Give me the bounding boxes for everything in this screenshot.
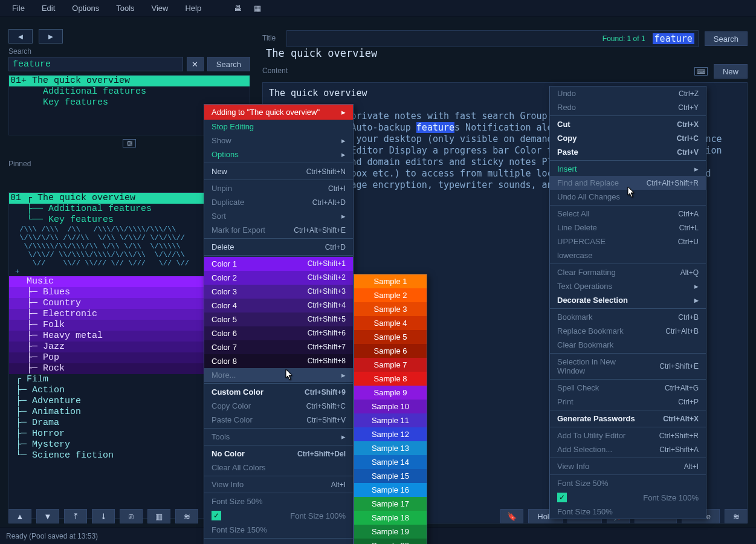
menu-item[interactable]: Tools▸ <box>204 430 353 444</box>
menu-item[interactable]: lowercase <box>550 248 706 262</box>
menu-item[interactable]: Sort▸ <box>204 209 353 223</box>
move-top-button[interactable]: ⤒ <box>64 509 87 523</box>
search-input[interactable] <box>8 57 183 71</box>
menu-item[interactable]: Custom ColorCtrl+Shift+9 <box>204 385 353 399</box>
menu-item[interactable]: Clear Bookmark <box>550 338 706 352</box>
menu-item[interactable]: Selection in New WindowCtrl+Shift+E <box>550 355 706 378</box>
color-option[interactable]: Color 2Ctrl+Shift+2 <box>204 271 353 285</box>
sample-color[interactable]: Sample 5 <box>354 330 427 344</box>
menu-file[interactable]: File <box>4 1 33 15</box>
extra-icon-button[interactable]: ≋ <box>725 509 748 523</box>
sample-color[interactable]: Sample 19 <box>354 525 427 539</box>
menu-item[interactable]: Auto Hide <box>204 540 353 544</box>
menu-item[interactable]: Font Size 50% <box>204 494 353 508</box>
menu-options[interactable]: Options <box>63 1 108 15</box>
sample-color[interactable]: Sample 9 <box>354 386 427 400</box>
color-option[interactable]: Color 6Ctrl+Shift+6 <box>204 326 353 340</box>
sample-color[interactable]: Sample 10 <box>354 400 427 413</box>
sample-color[interactable]: Sample 17 <box>354 497 427 511</box>
menu-item[interactable]: DeleteCtrl+D <box>204 240 353 254</box>
menu-item[interactable]: UndoCtrl+Z <box>550 86 706 100</box>
sample-color[interactable]: Sample 2 <box>354 288 427 302</box>
sample-color[interactable]: Sample 1 <box>354 274 427 288</box>
menu-item[interactable]: ✓Font Size 100% <box>550 490 706 505</box>
menu-item[interactable]: Mark for ExportCtrl+Alt+Shift+E <box>204 223 353 237</box>
menu-view[interactable]: View <box>143 1 177 15</box>
sample-color[interactable]: Sample 7 <box>354 358 427 372</box>
menu-item[interactable]: More...▸ <box>204 368 353 382</box>
menu-item[interactable]: PasteCtrl+V <box>550 145 706 159</box>
menu-item[interactable]: NewCtrl+Shift+N <box>204 164 353 178</box>
title-field[interactable]: Found: 1 of 1 feature <box>286 30 699 47</box>
move-bottom-button[interactable]: ⤓ <box>92 509 115 523</box>
menu-item[interactable]: Stop Editing <box>204 120 353 134</box>
menu-item[interactable]: Replace BookmarkCtrl+Alt+B <box>550 324 706 338</box>
sample-color[interactable]: Sample 14 <box>354 455 427 469</box>
tree-item[interactable]: 01+ The quick overview <box>9 76 250 86</box>
menu-item[interactable]: No ColorCtrl+Shift+Del <box>204 447 353 461</box>
menu-item[interactable]: View InfoAlt+I <box>550 459 706 473</box>
sample-color[interactable]: Sample 16 <box>354 483 427 497</box>
sample-color[interactable]: Sample 20 <box>354 539 427 544</box>
print-icon[interactable]: 🖶 <box>228 1 248 15</box>
menu-item[interactable]: Insert▸ <box>550 162 706 176</box>
menu-item[interactable]: Add Selection...Ctrl+Shift+A <box>550 442 706 456</box>
menu-item[interactable]: PrintCtrl+P <box>550 395 706 409</box>
menu-item[interactable]: Clear FormattingAlt+Q <box>550 265 706 279</box>
tree-handle-icon[interactable]: ▨ <box>123 139 136 147</box>
sample-color[interactable]: Sample 8 <box>354 372 427 386</box>
menu-item[interactable]: Font Size 50% <box>550 476 706 490</box>
menu-item[interactable]: CutCtrl+X <box>550 117 706 131</box>
sample-color[interactable]: Sample 11 <box>354 413 427 427</box>
menu-edit[interactable]: Edit <box>33 1 63 15</box>
columns-button[interactable]: ▥ <box>147 509 170 523</box>
menu-item[interactable]: Spell CheckCtrl+Alt+G <box>550 381 706 395</box>
menu-item[interactable]: Show▸ <box>204 134 353 147</box>
nav-forward-button[interactable]: ► <box>39 29 63 44</box>
color-option[interactable]: Color 3Ctrl+Shift+3 <box>204 285 353 299</box>
menu-item[interactable]: Font Size 150% <box>204 523 353 537</box>
sample-color[interactable]: Sample 18 <box>354 511 427 525</box>
clear-search-button[interactable]: ✕ <box>187 57 204 71</box>
menu-tools[interactable]: Tools <box>108 1 143 15</box>
new-button[interactable]: New <box>714 64 748 79</box>
move-down-button[interactable]: ▼ <box>36 509 59 523</box>
sample-color[interactable]: Sample 12 <box>354 427 427 441</box>
menu-item[interactable]: UPPERCASECtrl+U <box>550 235 706 248</box>
menu-item[interactable]: ✓Font Size 100% <box>204 508 353 523</box>
menu-item[interactable]: View InfoAlt+I <box>204 478 353 491</box>
menu-item[interactable]: RedoCtrl+Y <box>550 100 706 114</box>
menu-item[interactable]: Generate PasswordsCtrl+Alt+X <box>550 412 706 426</box>
search-button[interactable]: Search <box>207 57 250 71</box>
menu-item[interactable]: Options▸ <box>204 147 353 161</box>
color-option[interactable]: Color 7Ctrl+Shift+7 <box>204 340 353 354</box>
tree-item[interactable]: Additional features <box>9 86 250 97</box>
menu-item[interactable]: UnpinCtrl+I <box>204 181 353 195</box>
sample-color[interactable]: Sample 4 <box>354 316 427 330</box>
color-option[interactable]: Color 4Ctrl+Shift+4 <box>204 299 353 312</box>
sample-color[interactable]: Sample 15 <box>354 469 427 483</box>
menu-item[interactable]: Text Operations▸ <box>550 279 706 293</box>
menu-item[interactable]: Add To Utility EditorCtrl+Shift+R <box>550 429 706 442</box>
keyboard-icon[interactable]: ⌨ <box>694 67 708 76</box>
menu-item[interactable]: BookmarkCtrl+B <box>550 310 706 324</box>
right-search-button[interactable]: Search <box>705 31 748 46</box>
sample-color[interactable]: Sample 6 <box>354 344 427 358</box>
context-menu-right[interactable]: UndoCtrl+ZRedoCtrl+YCutCtrl+XCopyCtrl+CP… <box>549 86 706 519</box>
color-option[interactable]: Color 5Ctrl+Shift+5 <box>204 312 353 326</box>
menu-item[interactable]: Select AllCtrl+A <box>550 207 706 221</box>
menu-help[interactable]: Help <box>176 1 210 15</box>
color-option[interactable]: Color 8Ctrl+Shift+8 <box>204 354 353 368</box>
color-option[interactable]: Color 1Ctrl+Shift+1 <box>204 257 353 271</box>
menu-item[interactable]: Clear All Colors <box>204 461 353 474</box>
menu-item[interactable]: CopyCtrl+C <box>550 131 706 145</box>
menu-item[interactable]: Decorate Selection▸ <box>550 293 706 307</box>
menu-item[interactable]: DuplicateCtrl+Alt+D <box>204 195 353 209</box>
menu-item[interactable]: Paste ColorCtrl+Shift+V <box>204 413 353 427</box>
tool-icon[interactable]: ▦ <box>248 1 267 15</box>
move-up-button[interactable]: ▲ <box>8 509 31 523</box>
menu-item[interactable]: Copy ColorCtrl+Shift+C <box>204 399 353 413</box>
sample-color[interactable]: Sample 13 <box>354 441 427 455</box>
filter-button[interactable]: ⎚ <box>120 509 143 523</box>
menu-item[interactable]: Font Size 150% <box>550 505 706 519</box>
